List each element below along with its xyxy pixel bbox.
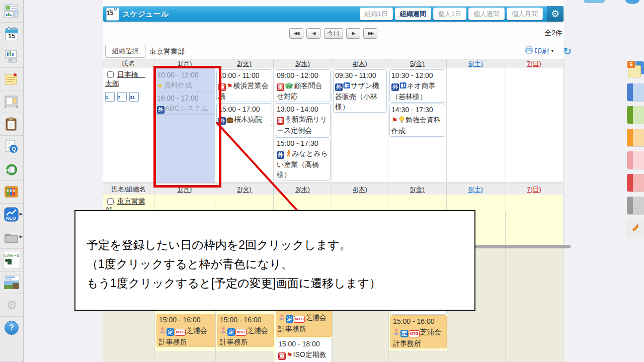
settings-button[interactable]: ⚙ xyxy=(547,6,564,22)
first-week-button[interactable]: ◀◀ xyxy=(289,28,303,39)
day-cell-fri[interactable]: 10:30 - 12:00外ネオ商事（若林様）14:30 - 17:30⚑勉強会… xyxy=(388,68,447,183)
schedule-entry[interactable]: 13:00 - 14:00重新製品リリース定例会 xyxy=(275,103,331,136)
schedule-entry[interactable]: 10:30 - 12:00外ネオ商事（若林様） xyxy=(389,69,445,103)
day-header-thu[interactable]: 4(木) xyxy=(353,185,367,194)
day-cell-sat[interactable] xyxy=(447,68,505,183)
org-day-cell[interactable] xyxy=(215,195,274,211)
day-cell-tue[interactable]: 10:00 - 11:00重⚑横浜営業会議15:00 - 17:00外桜木病院 xyxy=(215,68,274,183)
next-week-button[interactable]: ▶ xyxy=(346,28,360,39)
stamp-icon xyxy=(278,313,285,324)
sidebar-item-photo-banner[interactable] xyxy=(0,272,23,294)
print-link[interactable]: 印刷 xyxy=(535,47,549,56)
badge-regular-icon: 定 xyxy=(400,330,408,337)
sidebar-item-memo[interactable] xyxy=(0,68,23,90)
day-cell-sun[interactable] xyxy=(505,68,564,183)
day-header-wed[interactable]: 3(水) xyxy=(295,185,310,194)
schedule-entry[interactable]: 14:30 - 17:30⚑勉強会資料作成 xyxy=(389,104,445,137)
badge-out-icon: 外 xyxy=(335,83,343,91)
org-day-cell[interactable] xyxy=(388,195,447,211)
sidebar-item-approval-search[interactable]: ✓✓ Q xyxy=(0,136,23,158)
sidebar-item-tanomail[interactable]: たのめ〜る xyxy=(0,249,23,272)
day-cell-thu[interactable]: 09:30 - 11:00外サザン機器販売（小林様） xyxy=(332,68,388,183)
view-button-personal-month[interactable]: 個人月間 xyxy=(507,8,543,20)
sticky-tab-gray[interactable] xyxy=(627,197,644,214)
day-header-mon[interactable]: 1(月) xyxy=(178,185,192,194)
refresh-icon[interactable]: ↻ xyxy=(563,45,572,57)
day-view-icon[interactable]: 1 xyxy=(105,92,115,102)
org-select-button[interactable]: 組織選択 xyxy=(105,45,145,58)
view-button-org-day[interactable]: 組織1日 xyxy=(360,8,393,20)
sidebar-item-binders[interactable] xyxy=(0,181,23,204)
schedule-entry[interactable]: 15:00 - 18:00重⚑ISO定期教育 xyxy=(276,338,332,362)
schedule-entry[interactable]: 10:00 - 12:00★資料作成 xyxy=(155,69,214,92)
day-header-fri[interactable]: 5(金) xyxy=(410,185,425,194)
day-header-tue[interactable]: 2(火) xyxy=(237,185,252,194)
schedule-entry[interactable]: 09:30 - 11:00外サザン機器販売（小林様） xyxy=(333,69,387,113)
sidebar-item-portal[interactable] xyxy=(0,0,23,23)
schedule-entry[interactable]: 15:00 - 16:00定MTG芝浦会計事務所 xyxy=(390,315,447,348)
org-day-cell[interactable] xyxy=(447,195,505,211)
sticky-tab-red[interactable] xyxy=(627,174,644,192)
org-day-cell[interactable] xyxy=(154,195,215,211)
sidebar-item-help[interactable]: ? xyxy=(0,317,23,339)
sticky-tab-pink[interactable] xyxy=(627,151,644,169)
day-header-tue[interactable]: 2(火) xyxy=(237,59,252,68)
badge-regular-icon: 定 xyxy=(286,315,293,323)
org-day-cell[interactable] xyxy=(505,195,564,211)
entry-title: ABCシステム xyxy=(165,104,208,112)
day-header-sun[interactable]: 7(日) xyxy=(527,59,541,68)
day-header-wed[interactable]: 3(水) xyxy=(295,59,310,68)
schedule-entry[interactable]: 15:00 - 17:30外みなとみらい産業（高橋様） xyxy=(275,137,331,180)
day-header-sat[interactable]: 6(土) xyxy=(468,185,483,194)
org-checkbox[interactable] xyxy=(107,198,114,205)
flag-icon: ⚑ xyxy=(391,116,398,124)
sidebar-item-recycle[interactable] xyxy=(0,158,23,181)
member-checkbox[interactable] xyxy=(107,71,114,78)
print-caret-icon[interactable]: ▼ xyxy=(550,49,554,53)
schedule-entry[interactable]: 15:00 - 17:00外桜木病院 xyxy=(216,103,272,126)
view-button-personal-week[interactable]: 個人週間 xyxy=(468,8,505,20)
sidebar-item-schedule[interactable]: 15 xyxy=(0,23,23,45)
mic-icon xyxy=(285,115,291,125)
prev-week-button[interactable]: ◀ xyxy=(306,28,320,39)
day-header-fri[interactable]: 5(金) xyxy=(410,59,425,68)
badge-mtg-icon: MTG xyxy=(409,330,420,337)
sticky-tab-blue[interactable] xyxy=(627,83,644,101)
schedule-entry[interactable]: 16:00 - 17:00外ABCシステム xyxy=(155,93,214,115)
badge-regular-icon: 定 xyxy=(167,328,174,336)
day-header-sun[interactable]: 7(日) xyxy=(527,185,541,194)
sidebar-item-bulletin-board[interactable] xyxy=(0,90,23,113)
date-navigation: ◀◀ ◀ 今日 ▶ ▶▶ xyxy=(103,28,564,39)
entry-title-line: ⚑勉強会資料作成 xyxy=(391,115,443,136)
view-button-org-week[interactable]: 組織週間 xyxy=(395,8,431,20)
day-header-mon[interactable]: 1(月) xyxy=(178,59,192,68)
badge-out-icon: 外 xyxy=(218,117,226,125)
day-cell-wed[interactable]: 09:00 - 12:00重☎顧客問合せ対応13:00 - 14:00重新製品リ… xyxy=(274,68,332,183)
badge-important-icon: 重 xyxy=(277,117,284,125)
entry-time: 15:00 - 16:00 xyxy=(393,316,444,327)
month-view-icon[interactable]: 31 xyxy=(129,92,139,102)
last-week-button[interactable]: ▶▶ xyxy=(363,28,377,39)
day-header-sat[interactable]: 6(土) xyxy=(468,59,483,68)
org-day-cell[interactable] xyxy=(274,195,332,211)
day-cell-mon[interactable]: 10:00 - 12:00★資料作成16:00 - 17:00外ABCシステム xyxy=(154,68,215,183)
schedule-entry[interactable]: 15:00 - 16:00定MTG芝浦会計事務所 xyxy=(217,314,274,347)
sidebar-item-settings[interactable]: ⚙ xyxy=(0,294,23,317)
view-button-personal-day[interactable]: 個人1日 xyxy=(433,8,466,20)
day-header-thu[interactable]: 4(木) xyxy=(353,59,367,68)
memo-icon xyxy=(4,72,19,86)
schedule-entry[interactable]: 15:00 - 16:00定MTG芝浦会計事務所 xyxy=(156,314,215,347)
sticky-tab-orange[interactable] xyxy=(627,129,644,146)
notes-popup-tab[interactable]: 5 xyxy=(627,60,644,79)
sidebar-item-presentation[interactable] xyxy=(0,45,23,68)
today-button[interactable]: 今日 xyxy=(324,28,343,39)
org-day-cell[interactable] xyxy=(332,195,388,211)
new-note-tab[interactable] xyxy=(627,219,644,237)
sticky-tab-green[interactable] xyxy=(627,106,644,124)
schedule-entry[interactable]: 09:00 - 12:00重☎顧客問合せ対応 xyxy=(275,69,331,102)
schedule-entry[interactable]: 10:00 - 11:00重⚑横浜営業会議 xyxy=(216,69,272,102)
sidebar-item-clipboard[interactable] xyxy=(0,113,23,136)
week-view-icon[interactable]: 7 xyxy=(117,92,127,102)
sidebar-item-neo[interactable]: NEO ▶ xyxy=(0,204,23,226)
sidebar-item-folder[interactable]: ▶ xyxy=(0,226,23,249)
